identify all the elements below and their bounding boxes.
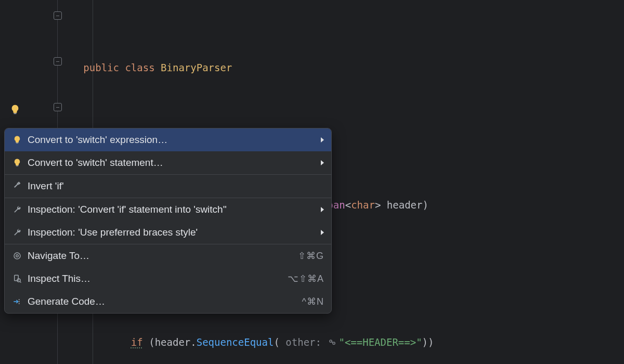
menu-item-label: Invert 'if' <box>28 180 64 192</box>
svg-line-2 <box>332 342 333 343</box>
quick-fix-menu: Convert to 'switch' expression…Convert t… <box>4 128 332 314</box>
svg-rect-8 <box>16 165 19 166</box>
svg-point-16 <box>19 301 20 302</box>
menu-item-label: Navigate To… <box>28 250 89 262</box>
wrench-icon <box>12 204 22 215</box>
svg-point-17 <box>19 303 20 304</box>
menu-item[interactable]: Inspect This…⌥⇧⌘A <box>5 267 331 290</box>
inspect-icon <box>12 274 22 284</box>
chevron-right-icon <box>321 160 324 165</box>
code-line: public class BinaryParser <box>66 56 487 79</box>
menu-shortcut: ^⌘N <box>302 296 324 307</box>
menu-item[interactable]: Convert to 'switch' statement… <box>5 151 331 174</box>
menu-item[interactable]: Inspection: 'Convert 'if' statement into… <box>5 198 331 221</box>
wrench-icon <box>12 227 22 238</box>
menu-item[interactable]: Navigate To…⇧⌘G <box>5 244 331 267</box>
menu-item-label: Inspection: 'Use preferred braces style' <box>28 227 198 238</box>
menu-item[interactable]: Invert 'if' <box>5 175 331 198</box>
svg-point-1 <box>333 342 335 344</box>
bulb-yellow-icon <box>12 158 22 168</box>
menu-item-label: Convert to 'switch' expression… <box>28 134 167 146</box>
svg-point-15 <box>19 299 20 300</box>
fold-handle[interactable] <box>54 57 62 66</box>
chevron-right-icon <box>321 137 324 142</box>
fold-handle[interactable] <box>54 103 62 111</box>
svg-rect-12 <box>15 275 19 281</box>
menu-item[interactable]: Inspection: 'Use preferred braces style' <box>5 221 331 244</box>
code-line: if (header.SequenceEqual( other: "<==HEA… <box>66 331 487 354</box>
svg-point-0 <box>330 340 332 342</box>
menu-shortcut: ⇧⌘G <box>298 250 324 262</box>
svg-point-11 <box>16 255 19 257</box>
menu-item-label: Generate Code… <box>28 296 105 307</box>
string-hint-icon <box>328 338 336 346</box>
menu-item-label: Convert to 'switch' statement… <box>28 157 163 168</box>
lightbulb-icon[interactable] <box>9 104 21 115</box>
svg-line-14 <box>20 281 21 282</box>
generate-icon <box>12 296 22 307</box>
menu-shortcut: ⌥⇧⌘A <box>288 273 324 284</box>
menu-item-label: Inspect This… <box>28 273 90 284</box>
chevron-right-icon <box>321 207 324 212</box>
fold-handle[interactable] <box>54 11 62 20</box>
target-icon <box>12 251 22 261</box>
svg-point-10 <box>14 253 20 259</box>
menu-item[interactable]: Generate Code…^⌘N <box>5 290 331 313</box>
svg-rect-6 <box>14 113 17 114</box>
chevron-right-icon <box>321 230 324 235</box>
code-editor[interactable]: public class BinaryParser { public Field… <box>0 0 624 364</box>
menu-item[interactable]: Convert to 'switch' expression… <box>5 128 331 151</box>
menu-item-label: Inspection: 'Convert 'if' statement into… <box>28 204 227 215</box>
hammer-icon <box>12 181 22 191</box>
bulb-yellow-icon <box>12 135 22 145</box>
svg-rect-7 <box>16 142 19 144</box>
